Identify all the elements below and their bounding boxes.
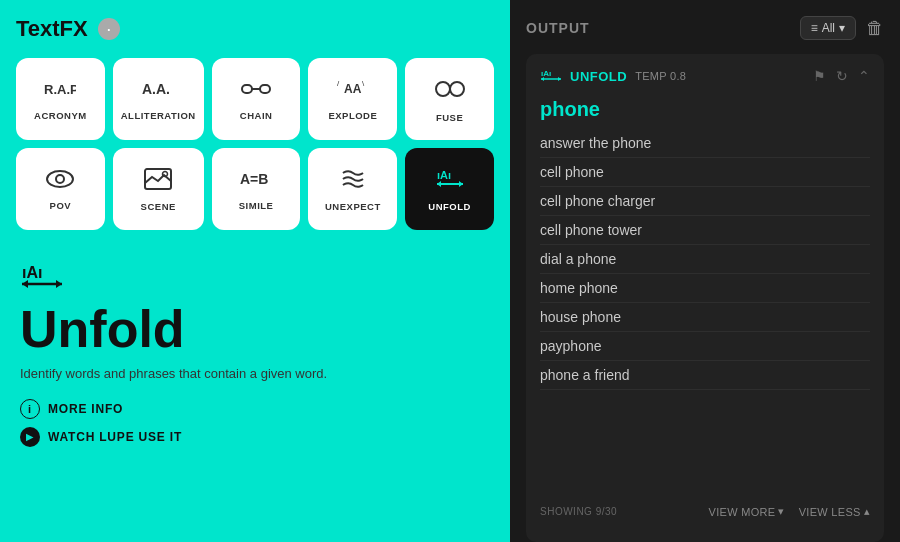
tool-alliteration[interactable]: A.A. ALLITERATION: [113, 58, 204, 140]
tool-acronym[interactable]: R.A.P. ACRONYM: [16, 58, 105, 140]
result-item-1[interactable]: cell phone: [540, 158, 870, 187]
pagination-links: VIEW MORE ▾ VIEW LESS ▴: [709, 505, 871, 518]
refresh-button[interactable]: ↻: [836, 68, 848, 84]
svg-point-11: [56, 175, 64, 183]
result-list: answer the phone cell phone cell phone c…: [540, 129, 870, 491]
filter-button[interactable]: ≡ All ▾: [800, 16, 856, 40]
unexpect-label: UNEXPECT: [325, 201, 381, 212]
filter-label: All: [822, 21, 835, 35]
result-item-0[interactable]: answer the phone: [540, 129, 870, 158]
fuse-icon: [435, 76, 465, 106]
right-panel: OUTPUT ≡ All ▾ 🗑 ıAı: [510, 0, 900, 542]
output-tool-name: UNFOLD: [570, 69, 627, 84]
pov-label: POV: [50, 200, 72, 211]
svg-text:ıAı: ıAı: [437, 169, 451, 181]
output-card-actions: ⚑ ↻ ⌃: [813, 68, 870, 84]
tools-grid: R.A.P. ACRONYM A.A. ALLITERATION: [16, 58, 494, 230]
selected-tool-area: ıAı Unfold Identify words and phrases th…: [16, 250, 494, 447]
chevron-down-icon: ▾: [778, 505, 784, 518]
result-item-8[interactable]: phone a friend: [540, 361, 870, 390]
svg-text:AA: AA: [344, 82, 362, 96]
info-badge-button[interactable]: ·: [98, 18, 120, 40]
svg-marker-26: [558, 77, 561, 81]
scene-label: SCENE: [141, 201, 176, 212]
unexpect-icon: [338, 167, 368, 195]
view-more-button[interactable]: VIEW MORE ▾: [709, 505, 785, 518]
tool-simile[interactable]: A=B SIMILE: [212, 148, 301, 230]
svg-text:R.A.P.: R.A.P.: [44, 82, 76, 97]
svg-point-8: [436, 82, 450, 96]
svg-text:ıAı: ıAı: [22, 264, 42, 281]
output-word-title: phone: [540, 98, 870, 121]
chevron-down-icon: ▾: [839, 21, 845, 35]
output-card-header: ıAı UNFOLD TEMP 0.8 ⚑ ↻ ⌃: [540, 66, 870, 86]
output-footer: SHOWING 9/30 VIEW MORE ▾ VIEW LESS ▴: [540, 495, 870, 530]
chevron-up-icon: ▴: [864, 505, 870, 518]
explode-icon: / AA \: [336, 78, 370, 104]
alliteration-label: ALLITERATION: [121, 110, 196, 121]
result-item-7[interactable]: payphone: [540, 332, 870, 361]
svg-text:A.A.: A.A.: [142, 81, 170, 97]
acronym-label: ACRONYM: [34, 110, 87, 121]
output-card-left: ıAı UNFOLD TEMP 0.8: [540, 66, 686, 86]
explode-label: EXPLODE: [328, 110, 377, 121]
result-item-4[interactable]: dial a phone: [540, 245, 870, 274]
output-header: OUTPUT ≡ All ▾ 🗑: [526, 16, 884, 40]
more-info-label: MORE INFO: [48, 402, 123, 416]
svg-rect-2: [242, 85, 252, 93]
svg-point-10: [47, 171, 73, 187]
chain-label: CHAIN: [240, 110, 273, 121]
svg-rect-3: [260, 85, 270, 93]
unfold-icon: ıAı: [435, 167, 465, 195]
tool-fuse[interactable]: FUSE: [405, 58, 494, 140]
svg-point-13: [163, 171, 168, 176]
play-icon: ▶: [20, 427, 40, 447]
action-links: i MORE INFO ▶ WATCH LUPE USE IT: [20, 399, 494, 447]
tool-explode[interactable]: / AA \ EXPLODE: [308, 58, 397, 140]
result-item-6[interactable]: house phone: [540, 303, 870, 332]
more-info-link[interactable]: i MORE INFO: [20, 399, 494, 419]
selected-tool-description: Identify words and phrases that contain …: [20, 366, 494, 381]
result-item-2[interactable]: cell phone charger: [540, 187, 870, 216]
app-header: TextFX ·: [16, 16, 494, 42]
selected-tool-icon: ıAı: [20, 260, 494, 297]
output-unfold-icon: ıAı: [540, 66, 562, 86]
tool-unfold[interactable]: ıAı UNFOLD: [405, 148, 494, 230]
fuse-label: FUSE: [436, 112, 463, 123]
output-label: OUTPUT: [526, 20, 590, 36]
tool-pov[interactable]: POV: [16, 148, 105, 230]
svg-marker-18: [459, 181, 463, 187]
svg-text:ıAı: ıAı: [541, 69, 551, 78]
svg-text:\: \: [362, 79, 365, 88]
result-item-3[interactable]: cell phone tower: [540, 216, 870, 245]
svg-marker-22: [56, 280, 62, 288]
tool-chain[interactable]: CHAIN: [212, 58, 301, 140]
showing-label: SHOWING 9/30: [540, 506, 617, 517]
flag-button[interactable]: ⚑: [813, 68, 826, 84]
acronym-icon: R.A.P.: [44, 78, 76, 104]
watch-link[interactable]: ▶ WATCH LUPE USE IT: [20, 427, 494, 447]
result-item-5[interactable]: home phone: [540, 274, 870, 303]
svg-text:/: /: [337, 79, 340, 88]
simile-label: SIMILE: [239, 200, 274, 211]
watch-label: WATCH LUPE USE IT: [48, 430, 182, 444]
alliteration-icon: A.A.: [142, 78, 174, 104]
svg-marker-21: [22, 280, 28, 288]
filter-icon: ≡: [811, 21, 818, 35]
expand-button[interactable]: ⌃: [858, 68, 870, 84]
svg-point-9: [450, 82, 464, 96]
tool-scene[interactable]: SCENE: [113, 148, 204, 230]
output-temp-label: TEMP 0.8: [635, 70, 686, 82]
view-less-button[interactable]: VIEW LESS ▴: [799, 505, 870, 518]
simile-icon: A=B: [239, 168, 273, 194]
scene-icon: [143, 167, 173, 195]
left-panel: TextFX · R.A.P. ACRONYM A.A. ALLITERATIO…: [0, 0, 510, 542]
info-circle-icon: i: [20, 399, 40, 419]
chain-icon: [241, 78, 271, 104]
app-title: TextFX: [16, 16, 88, 42]
svg-marker-17: [437, 181, 441, 187]
output-card: ıAı UNFOLD TEMP 0.8 ⚑ ↻ ⌃ phone answer t…: [526, 54, 884, 542]
svg-text:A=B: A=B: [240, 171, 268, 187]
delete-output-button[interactable]: 🗑: [866, 18, 884, 39]
tool-unexpect[interactable]: UNEXPECT: [308, 148, 397, 230]
